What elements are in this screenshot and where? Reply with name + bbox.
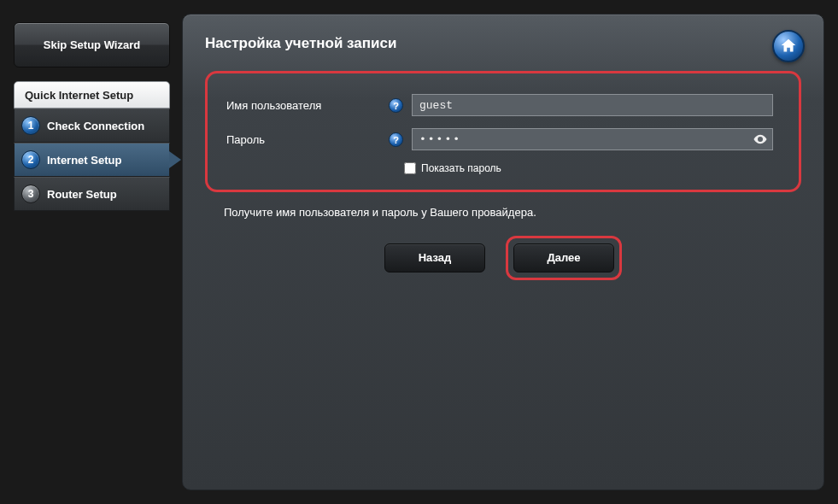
username-input[interactable]: [412, 94, 773, 116]
help-icon[interactable]: ?: [389, 132, 403, 147]
page-title: Настройка учетной записи: [205, 35, 801, 52]
reveal-password-icon[interactable]: [753, 132, 768, 147]
step-number-badge: 1: [21, 116, 40, 135]
step-internet-setup[interactable]: 2 Internet Setup: [14, 143, 170, 177]
sidebar-header: Quick Internet Setup: [14, 81, 170, 108]
step-number-badge: 2: [21, 150, 40, 169]
home-icon: [779, 37, 798, 56]
show-password-row: Показать пароль: [404, 162, 773, 174]
step-label: Check Connection: [47, 120, 144, 132]
sidebar: Skip Setup Wizard Quick Internet Setup 1…: [14, 14, 170, 490]
username-row: Имя пользователя ?: [226, 94, 773, 116]
home-button[interactable]: [772, 30, 805, 62]
step-router-setup[interactable]: 3 Router Setup: [14, 177, 170, 211]
back-button[interactable]: Назад: [384, 243, 485, 273]
password-row: Пароль ?: [226, 128, 773, 150]
hint-text: Получите имя пользователя и пароль у Ваш…: [224, 206, 801, 219]
skip-setup-wizard-button[interactable]: Skip Setup Wizard: [14, 22, 170, 67]
password-input[interactable]: [412, 128, 773, 150]
next-button[interactable]: Далее: [513, 243, 614, 273]
username-label: Имя пользователя: [226, 99, 380, 112]
button-row: Назад Далее: [205, 236, 801, 280]
step-label: Router Setup: [47, 188, 117, 201]
show-password-label: Показать пароль: [421, 162, 501, 174]
next-button-highlight: Далее: [506, 236, 622, 280]
help-icon[interactable]: ?: [389, 98, 403, 113]
main-panel: Настройка учетной записи Имя пользовател…: [182, 14, 824, 490]
credentials-section: Имя пользователя ? Пароль ? Показать пар…: [205, 71, 801, 192]
step-label: Internet Setup: [47, 154, 121, 167]
password-label: Пароль: [226, 133, 380, 146]
show-password-checkbox[interactable]: [404, 162, 416, 174]
step-number-badge: 3: [21, 185, 40, 203]
step-check-connection[interactable]: 1 Check Connection: [14, 108, 170, 143]
